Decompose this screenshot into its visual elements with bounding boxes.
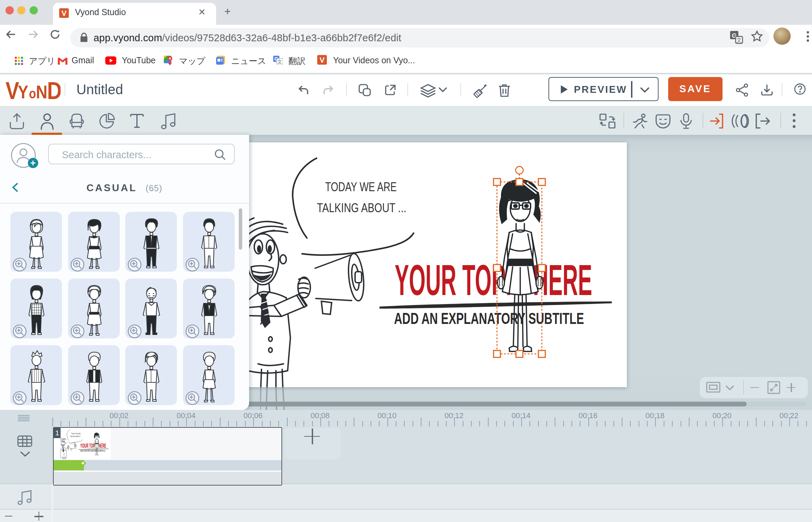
svg-text:N: N xyxy=(36,82,47,101)
svg-text:文: 文 xyxy=(736,37,742,43)
svg-text:V: V xyxy=(6,79,19,101)
svg-text:文: 文 xyxy=(278,59,282,64)
svg-text:Y: Y xyxy=(18,82,29,101)
svg-text:o: o xyxy=(29,86,36,101)
svg-text:D: D xyxy=(47,79,61,101)
